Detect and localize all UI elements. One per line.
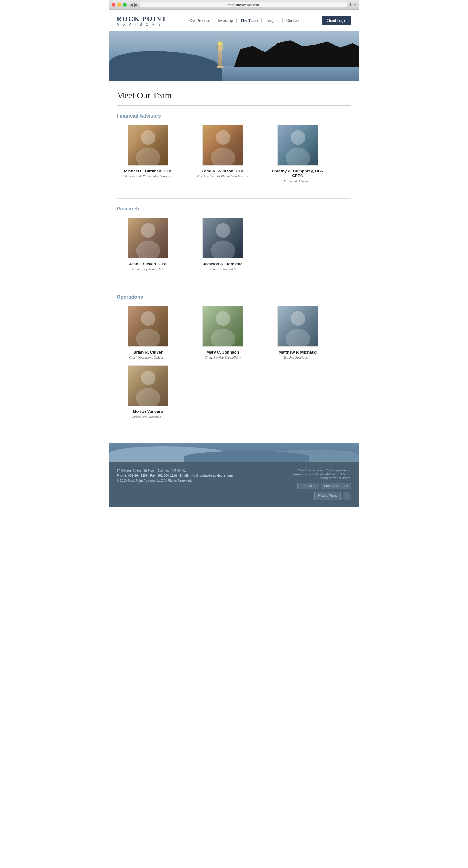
- browser-back-icon[interactable]: ◀: [130, 2, 133, 7]
- browser-close-btn[interactable]: [112, 3, 115, 6]
- site-header: ROCK POINT A D V I S O R S Our Process I…: [109, 10, 359, 31]
- member-photo-vancura: [127, 365, 168, 406]
- footer-links-row2: Privacy Policy ↑: [289, 492, 351, 500]
- member-photo-culver: [127, 306, 168, 347]
- member-title-michaud[interactable]: Trading Specialist >: [266, 355, 329, 359]
- section-title-research: Research: [117, 206, 351, 212]
- member-title-johnson[interactable]: Client Service Specialist >: [192, 355, 254, 359]
- browser-address-bar[interactable]: rockpointadvisors.com: [140, 2, 347, 7]
- lighthouse-base: [217, 66, 224, 68]
- nav-insights[interactable]: Insights: [262, 19, 282, 23]
- member-title-culver[interactable]: Chief Operations Officer >: [117, 355, 179, 359]
- nav-the-team[interactable]: The Team: [237, 19, 262, 23]
- team-member-wulfson[interactable]: Todd A. Wulfson, CFA Vice President & Fi…: [192, 125, 254, 183]
- team-member-michaud[interactable]: Matthew P. Michaud Trading Specialist >: [266, 306, 329, 359]
- main-content: Meet Our Team Financial Advisors Michael…: [109, 81, 359, 443]
- footer-hill-3: [184, 451, 309, 462]
- section-title-operations: Operations: [117, 294, 351, 300]
- member-name-bargiello: Jackson A. Bargiello: [192, 261, 254, 266]
- footer-disclaimer: Rock Point Advisors LLC, headquartered i…: [289, 468, 351, 480]
- member-title-wulfson[interactable]: Vice President & Financial Advisor >: [192, 174, 254, 178]
- svg-point-1: [136, 148, 160, 166]
- lighthouse-top: [217, 45, 223, 50]
- photo-placeholder-wulfson: [203, 125, 243, 165]
- member-title-bargiello[interactable]: Research Analyst >: [192, 267, 254, 271]
- team-grid-operations-row2: Moriah Vancura Operations Associate >: [117, 365, 351, 425]
- footer-left: 77 College Street, 4th Floor | Burlingto…: [117, 468, 233, 483]
- member-name-michaud: Matthew P. Michaud: [266, 350, 329, 354]
- hero-banner: [109, 31, 359, 81]
- photo-placeholder-humphrey: [278, 125, 318, 165]
- footer-privacy-policy-button[interactable]: Privacy Policy: [315, 492, 341, 500]
- photo-placeholder-huffman: [128, 125, 168, 165]
- team-member-culver[interactable]: Brian R. Culver Chief Operations Officer…: [117, 306, 179, 359]
- member-photo-huffman: [127, 125, 168, 165]
- photo-placeholder-bargiello: [203, 218, 243, 258]
- divider-after-financial-advisors: [117, 198, 351, 198]
- photo-placeholder-michaud: [278, 307, 318, 347]
- svg-point-16: [141, 371, 156, 385]
- section-operations: Operations Brian R. Culver Chief Operati…: [117, 294, 351, 425]
- footer-copyright: © 2020 Rock Point Advisors, LLC All Righ…: [117, 478, 233, 483]
- svg-point-6: [141, 223, 156, 238]
- photo-placeholder-sievert: [128, 218, 168, 258]
- svg-point-9: [211, 241, 235, 259]
- team-member-sievert[interactable]: Jean I. Sievert, CFA Director of Researc…: [117, 218, 179, 271]
- member-name-huffman: Michael L. Huffman, CFA: [117, 169, 179, 173]
- team-grid-operations: Brian R. Culver Chief Operations Officer…: [117, 306, 351, 365]
- main-nav: Our Process Investing The Team Insights …: [186, 19, 303, 23]
- member-title-huffman[interactable]: President & Financial Advisor >: [117, 174, 179, 178]
- svg-point-13: [211, 329, 235, 347]
- site-footer: 77 College Street, 4th Floor | Burlingto…: [109, 443, 359, 507]
- lighthouse-light: [218, 42, 222, 45]
- member-photo-bargiello: [203, 218, 243, 258]
- browser-minimize-btn[interactable]: [117, 3, 121, 6]
- svg-point-15: [286, 329, 310, 347]
- svg-point-17: [136, 388, 160, 406]
- photo-placeholder-vancura: [128, 366, 168, 406]
- footer-links: Form CRS Form ADV Part 2: [289, 483, 351, 489]
- nav-our-process[interactable]: Our Process: [186, 19, 214, 23]
- lighthouse: [216, 42, 224, 67]
- footer-form-adv-button[interactable]: Form ADV Part 2: [321, 483, 351, 489]
- team-member-bargiello[interactable]: Jackson A. Bargiello Research Analyst >: [192, 218, 254, 271]
- browser-maximize-btn[interactable]: [123, 3, 127, 6]
- team-member-vancura[interactable]: Moriah Vancura Operations Associate >: [117, 365, 179, 418]
- svg-point-10: [141, 311, 156, 326]
- svg-point-7: [136, 241, 160, 259]
- member-name-sievert: Jean I. Sievert, CFA: [117, 261, 179, 266]
- scroll-to-top-button[interactable]: ↑: [343, 492, 351, 500]
- browser-forward-icon[interactable]: ▶: [135, 2, 138, 7]
- svg-point-4: [291, 130, 305, 145]
- svg-point-12: [216, 311, 231, 326]
- title-divider: [117, 105, 351, 106]
- member-photo-humphrey: [277, 125, 318, 165]
- member-photo-wulfson: [203, 125, 243, 165]
- footer-form-crs-button[interactable]: Form CRS: [297, 483, 319, 489]
- team-member-huffman[interactable]: Michael L. Huffman, CFA President & Fina…: [117, 125, 179, 183]
- nav-investing[interactable]: Investing: [214, 19, 237, 23]
- svg-point-14: [291, 311, 305, 326]
- nav-contact[interactable]: Contact: [283, 19, 303, 23]
- footer-contact: Phone: 802-864-2266 | Fax: 802-864-1116 …: [117, 473, 233, 478]
- member-name-johnson: Mary C. Johnson: [192, 350, 254, 354]
- logo-sub: A D V I S O R S: [117, 23, 167, 26]
- section-title-financial-advisors: Financial Advisors: [117, 113, 351, 119]
- svg-point-2: [216, 130, 231, 145]
- logo[interactable]: ROCK POINT A D V I S O R S: [117, 14, 167, 26]
- team-member-johnson[interactable]: Mary C. Johnson Client Service Specialis…: [192, 306, 254, 359]
- member-title-humphrey[interactable]: Financial Advisor >: [266, 179, 329, 183]
- member-photo-sievert: [127, 218, 168, 258]
- team-grid-financial-advisors: Michael L. Huffman, CFA President & Fina…: [117, 125, 351, 189]
- member-title-vancura[interactable]: Operations Associate >: [117, 415, 179, 418]
- member-name-humphrey: Timothy A. Humphrey, CFA, CFP®: [266, 169, 329, 178]
- page-title: Meet Our Team: [117, 90, 351, 100]
- browser-menu-icon[interactable]: ≡: [354, 2, 356, 7]
- team-grid-research: Jean I. Sievert, CFA Director of Researc…: [117, 218, 351, 277]
- browser-share-icon[interactable]: ⬆: [349, 2, 352, 7]
- member-title-sievert[interactable]: Director of Research >: [117, 267, 179, 271]
- photo-placeholder-culver: [128, 307, 168, 347]
- member-name-wulfson: Todd A. Wulfson, CFA: [192, 169, 254, 173]
- team-member-humphrey[interactable]: Timothy A. Humphrey, CFA, CFP® Financial…: [266, 125, 329, 183]
- client-login-button[interactable]: Client Login: [322, 16, 351, 25]
